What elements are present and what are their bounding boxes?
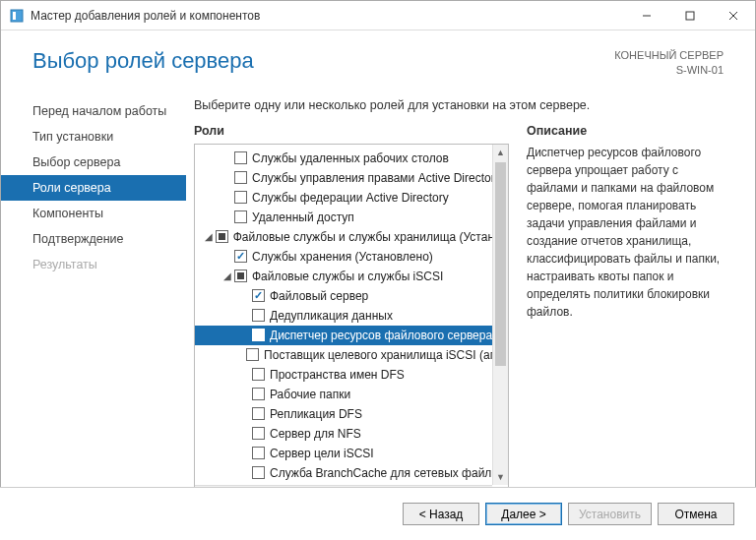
tree-row[interactable]: Сервер цели iSCSI xyxy=(195,444,508,463)
tree-row[interactable]: Сервер для NFS xyxy=(195,424,508,444)
tree-row[interactable]: Службы федерации Active Directory xyxy=(195,188,508,208)
tree-checkbox[interactable] xyxy=(234,250,247,263)
window-title: Мастер добавления ролей и компонентов xyxy=(31,9,625,23)
tree-checkbox[interactable] xyxy=(216,230,228,243)
roles-tree[interactable]: Службы удаленных рабочих столовСлужбы уп… xyxy=(194,144,509,502)
minimize-button[interactable] xyxy=(625,1,668,30)
app-icon xyxy=(9,8,25,24)
wizard-nav: Перед началом работыТип установкиВыбор с… xyxy=(1,89,186,502)
page-title: Выбор ролей сервера xyxy=(32,48,254,74)
tree-row[interactable]: Дедупликация данных xyxy=(195,306,508,326)
tree-label: Служба BranchCache для сетевых файлов xyxy=(270,466,505,480)
nav-step-5[interactable]: Подтверждение xyxy=(1,226,186,252)
tree-row[interactable]: Служба BranchCache для сетевых файлов xyxy=(195,463,508,483)
tree-checkbox[interactable] xyxy=(252,309,265,322)
tree-checkbox[interactable] xyxy=(252,388,265,400)
tree-label: Файловые службы и службы iSCSI xyxy=(252,270,443,283)
nav-step-3[interactable]: Роли сервера xyxy=(1,175,186,201)
tree-checkbox[interactable] xyxy=(252,447,265,459)
target-server-info: КОНЕЧНЫЙ СЕРВЕР S-WIN-01 xyxy=(614,48,724,79)
roles-heading: Роли xyxy=(194,124,509,138)
tree-row[interactable]: Рабочие папки xyxy=(195,385,508,404)
nav-step-4[interactable]: Компоненты xyxy=(1,201,186,226)
svg-rect-1 xyxy=(13,12,16,20)
tree-row[interactable]: Службы хранения (Установлено) xyxy=(195,247,508,267)
tree-row[interactable]: Репликация DFS xyxy=(195,404,508,424)
tree-label: Службы федерации Active Directory xyxy=(252,191,449,205)
scroll-down-icon[interactable]: ▼ xyxy=(493,469,508,485)
tree-checkbox[interactable] xyxy=(252,329,265,341)
tree-checkbox[interactable] xyxy=(234,210,247,223)
svg-rect-0 xyxy=(11,10,23,22)
tree-label: Удаленный доступ xyxy=(252,210,354,224)
tree-checkbox[interactable] xyxy=(252,368,265,381)
tree-label: Службы управления правами Active Directo… xyxy=(252,171,501,185)
tree-label: Рабочие папки xyxy=(270,388,350,401)
nav-step-2[interactable]: Выбор сервера xyxy=(1,150,186,175)
tree-label: Пространства имен DFS xyxy=(270,368,405,382)
tree-checkbox[interactable] xyxy=(246,348,259,361)
scroll-thumb[interactable] xyxy=(495,162,506,367)
description-text: Диспетчер ресурсов файлового сервера упр… xyxy=(527,144,727,321)
description-heading: Описание xyxy=(527,124,727,138)
page-header: Выбор ролей сервера КОНЕЧНЫЙ СЕРВЕР S-WI… xyxy=(1,30,755,89)
tree-row[interactable]: Службы удаленных рабочих столов xyxy=(195,149,508,168)
tree-row[interactable]: Пространства имен DFS xyxy=(195,365,508,385)
target-name: S-WIN-01 xyxy=(614,63,724,78)
tree-checkbox[interactable] xyxy=(252,407,265,420)
tree-label: Дедупликация данных xyxy=(270,309,393,323)
tree-label: Файловые службы и службы хранилища (Уста… xyxy=(233,230,508,244)
install-button[interactable]: Установить xyxy=(568,503,652,525)
vertical-scrollbar[interactable]: ▲ ▼ xyxy=(492,145,508,485)
tree-label: Диспетчер ресурсов файлового сервера xyxy=(270,329,492,342)
tree-label: Репликация DFS xyxy=(270,407,362,421)
titlebar: Мастер добавления ролей и компонентов xyxy=(1,1,755,30)
nav-step-1[interactable]: Тип установки xyxy=(1,124,186,150)
tree-label: Сервер для NFS xyxy=(270,427,361,441)
wizard-footer: < Назад Далее > Установить Отмена xyxy=(0,487,756,540)
tree-row[interactable]: Службы управления правами Active Directo… xyxy=(195,168,508,188)
tree-checkbox[interactable] xyxy=(234,270,247,282)
cancel-button[interactable]: Отмена xyxy=(658,503,734,525)
tree-row[interactable]: Удаленный доступ xyxy=(195,208,508,227)
tree-row[interactable]: Диспетчер ресурсов файлового сервера xyxy=(195,326,508,345)
tree-checkbox[interactable] xyxy=(252,466,265,479)
tree-row[interactable]: ◢Файловые службы и службы хранилища (Уст… xyxy=(195,227,508,247)
tree-label: Поставщик целевого хранилища iSCSI (аппа… xyxy=(264,348,508,362)
target-label: КОНЕЧНЫЙ СЕРВЕР xyxy=(614,48,724,63)
expander-open-icon[interactable]: ◢ xyxy=(203,231,216,242)
tree-label: Сервер цели iSCSI xyxy=(270,447,374,460)
tree-label: Файловый сервер xyxy=(270,289,368,303)
tree-row[interactable]: Файловый сервер xyxy=(195,286,508,306)
tree-checkbox[interactable] xyxy=(234,191,247,204)
tree-checkbox[interactable] xyxy=(252,289,265,302)
nav-step-0[interactable]: Перед началом работы xyxy=(1,98,186,124)
maximize-button[interactable] xyxy=(668,1,712,30)
close-button[interactable] xyxy=(712,1,755,30)
tree-row[interactable]: ◢Файловые службы и службы iSCSI xyxy=(195,267,508,286)
tree-row[interactable]: Поставщик целевого хранилища iSCSI (аппа… xyxy=(195,345,508,365)
tree-checkbox[interactable] xyxy=(234,151,247,164)
tree-label: Службы удаленных рабочих столов xyxy=(252,151,449,165)
instruction-text: Выберите одну или несколько ролей для ус… xyxy=(194,98,727,112)
next-button[interactable]: Далее > xyxy=(485,503,562,525)
tree-checkbox[interactable] xyxy=(252,427,265,440)
scroll-up-icon[interactable]: ▲ xyxy=(493,145,508,160)
expander-open-icon[interactable]: ◢ xyxy=(220,270,234,281)
tree-label: Службы хранения (Установлено) xyxy=(252,250,433,264)
back-button[interactable]: < Назад xyxy=(403,503,479,525)
tree-checkbox[interactable] xyxy=(234,171,247,184)
nav-step-6: Результаты xyxy=(1,252,186,277)
svg-rect-3 xyxy=(686,12,694,20)
